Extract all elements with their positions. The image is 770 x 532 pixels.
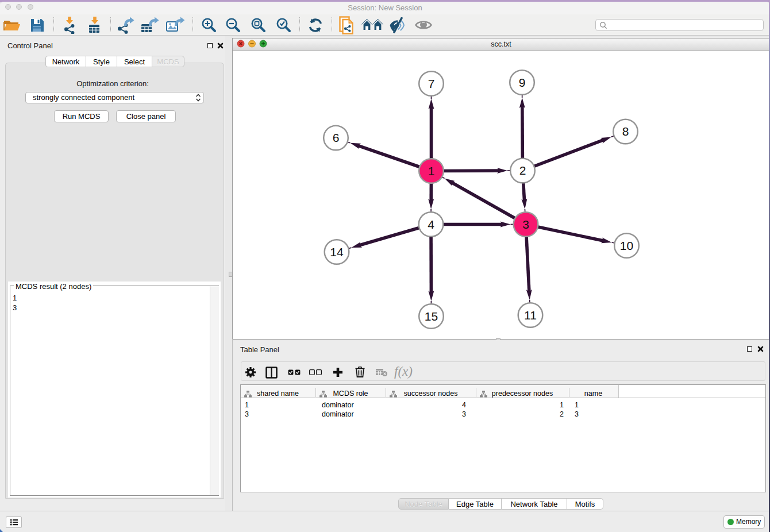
svg-text:6: 6 — [333, 131, 340, 144]
svg-text:2: 2 — [519, 164, 526, 177]
svg-text:4: 4 — [428, 218, 434, 231]
svg-text:14: 14 — [330, 245, 344, 259]
svg-text:15: 15 — [425, 310, 438, 323]
svg-text:7: 7 — [428, 77, 435, 90]
svg-text:10: 10 — [620, 239, 633, 252]
svg-text:1: 1 — [428, 164, 435, 178]
svg-text:11: 11 — [524, 309, 537, 322]
svg-text:3: 3 — [522, 218, 529, 231]
svg-text:9: 9 — [519, 76, 526, 89]
svg-text:8: 8 — [622, 125, 629, 138]
